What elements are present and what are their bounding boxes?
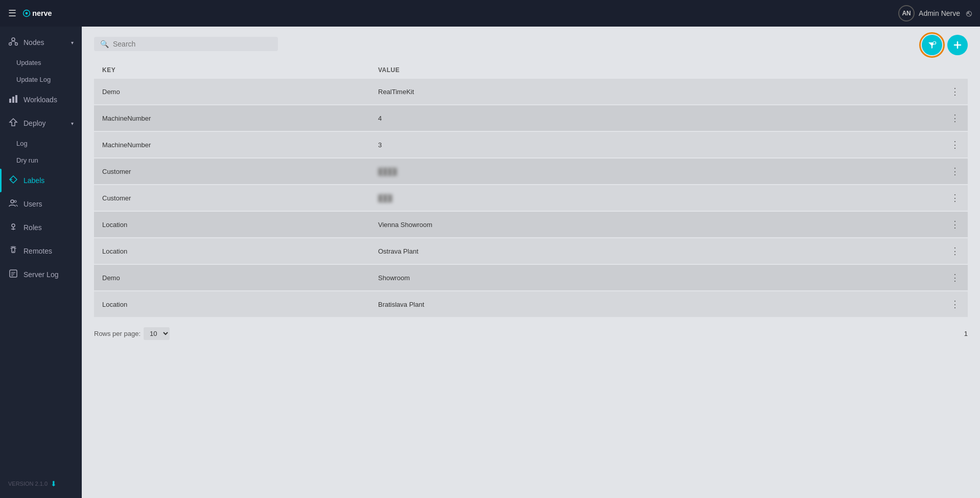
svg-line-7 bbox=[13, 41, 16, 43]
table-container: KEY VALUE Demo RealTimeKit ⋮ MachineNumb… bbox=[94, 61, 968, 317]
sidebar-item-updates[interactable]: Updates bbox=[0, 54, 82, 71]
sidebar-label-labels: Labels bbox=[24, 176, 44, 185]
table-rows: Demo RealTimeKit ⋮ MachineNumber 4 ⋮ Mac… bbox=[94, 79, 968, 317]
sidebar-item-nodes[interactable]: Nodes ▾ bbox=[0, 31, 82, 54]
row-actions-menu[interactable]: ⋮ bbox=[939, 139, 960, 150]
col-header-value: VALUE bbox=[378, 66, 939, 74]
rows-per-page-control: Rows per page: 10 25 50 bbox=[94, 327, 170, 340]
svg-point-3 bbox=[12, 38, 15, 41]
sidebar-item-workloads[interactable]: Workloads bbox=[0, 88, 82, 111]
row-actions-menu[interactable]: ⋮ bbox=[939, 245, 960, 257]
svg-rect-10 bbox=[15, 95, 17, 103]
sidebar-item-update-log[interactable]: Update Log bbox=[0, 71, 82, 88]
add-label-button[interactable] bbox=[947, 35, 968, 55]
logout-icon[interactable]: ⎋ bbox=[966, 8, 972, 19]
sidebar: Nodes ▾ Updates Update Log Workloads Dep… bbox=[0, 27, 82, 498]
table-row: MachineNumber 4 ⋮ bbox=[94, 105, 968, 131]
row-actions-menu[interactable]: ⋮ bbox=[939, 112, 960, 124]
row-actions-menu[interactable]: ⋮ bbox=[939, 272, 960, 283]
table-row: Demo RealTimeKit ⋮ bbox=[94, 79, 968, 104]
cell-value-container: Vienna Showroom bbox=[378, 221, 939, 229]
svg-rect-8 bbox=[9, 99, 11, 103]
svg-rect-16 bbox=[10, 270, 17, 277]
version-label: VERSION 2.1.0 ⬇ bbox=[0, 473, 82, 494]
sidebar-label-nodes: Nodes bbox=[24, 38, 44, 47]
deploy-arrow-icon: ▾ bbox=[71, 121, 74, 126]
svg-point-1 bbox=[26, 12, 28, 15]
page-number: 1 bbox=[964, 330, 968, 337]
sidebar-item-dry-run[interactable]: Dry run bbox=[0, 152, 82, 169]
sidebar-label-remotes: Remotes bbox=[24, 247, 52, 255]
cell-key: Customer bbox=[102, 194, 378, 202]
svg-text:✓: ✓ bbox=[934, 41, 936, 44]
toolbar: ✓ bbox=[922, 35, 968, 55]
rows-per-page-label: Rows per page: bbox=[94, 330, 141, 337]
svg-point-12 bbox=[14, 200, 16, 202]
sidebar-item-roles[interactable]: Roles bbox=[0, 216, 82, 239]
cell-key: Location bbox=[102, 301, 378, 308]
cell-value-container: ███ bbox=[378, 194, 939, 202]
nodes-icon bbox=[8, 37, 18, 48]
row-actions-menu[interactable]: ⋮ bbox=[939, 219, 960, 230]
sidebar-item-users[interactable]: Users bbox=[0, 192, 82, 216]
logo: nerve bbox=[22, 6, 63, 20]
table-row: Customer ███ ⋮ bbox=[94, 185, 968, 211]
cell-key: Location bbox=[102, 247, 378, 255]
row-actions-menu[interactable]: ⋮ bbox=[939, 299, 960, 310]
search-bar: 🔍 bbox=[94, 37, 278, 51]
rows-per-page-select[interactable]: 10 25 50 bbox=[144, 327, 170, 340]
sidebar-label-deploy: Deploy bbox=[24, 119, 46, 127]
server-log-icon bbox=[8, 269, 18, 280]
filter-active-button[interactable]: ✓ bbox=[922, 35, 942, 55]
table-row: Location Bratislava Plant ⋮ bbox=[94, 291, 968, 317]
workloads-icon bbox=[8, 94, 18, 105]
cell-value: Showroom bbox=[378, 274, 410, 282]
svg-line-6 bbox=[10, 41, 13, 43]
cell-value: Vienna Showroom bbox=[378, 221, 432, 229]
search-input[interactable] bbox=[113, 40, 272, 48]
main-content: ✓ 🔍 KEY VALUE Demo RealTimeKit ⋮ Machine… bbox=[82, 27, 980, 498]
user-name-label: Admin Nerve bbox=[919, 9, 960, 17]
cell-key: Location bbox=[102, 221, 378, 229]
svg-text:nerve: nerve bbox=[32, 9, 52, 17]
svg-rect-9 bbox=[12, 97, 14, 103]
pagination-bar: Rows per page: 10 25 50 1 bbox=[94, 327, 968, 340]
sidebar-item-labels[interactable]: Labels bbox=[0, 169, 82, 192]
cell-value-container: RealTimeKit bbox=[378, 88, 939, 96]
cell-value-blurred: ███ bbox=[378, 194, 392, 202]
topbar-left: ☰ nerve bbox=[8, 6, 63, 20]
download-icon[interactable]: ⬇ bbox=[51, 480, 57, 488]
nodes-arrow-icon: ▾ bbox=[71, 40, 74, 46]
sidebar-item-remotes[interactable]: Remotes bbox=[0, 239, 82, 263]
cell-key: Demo bbox=[102, 88, 378, 96]
table-header: KEY VALUE bbox=[94, 61, 968, 79]
cell-key: Customer bbox=[102, 168, 378, 175]
cell-value: RealTimeKit bbox=[378, 88, 414, 96]
cell-value: Bratislava Plant bbox=[378, 301, 424, 308]
sidebar-label-server-log: Server Log bbox=[24, 270, 58, 279]
row-actions-menu[interactable]: ⋮ bbox=[939, 192, 960, 203]
avatar: AN bbox=[898, 5, 915, 21]
row-actions-menu[interactable]: ⋮ bbox=[939, 86, 960, 97]
topbar-right: AN Admin Nerve ⎋ bbox=[898, 5, 972, 21]
cell-key: MachineNumber bbox=[102, 141, 378, 149]
sidebar-item-deploy[interactable]: Deploy ▾ bbox=[0, 111, 82, 135]
logo-svg: nerve bbox=[22, 6, 63, 20]
table-row: Demo Showroom ⋮ bbox=[94, 265, 968, 290]
topbar: ☰ nerve AN Admin Nerve ⎋ bbox=[0, 0, 980, 27]
sidebar-item-log[interactable]: Log bbox=[0, 135, 82, 152]
svg-point-15 bbox=[13, 251, 14, 252]
cell-key: Demo bbox=[102, 274, 378, 282]
svg-point-13 bbox=[12, 224, 15, 227]
sidebar-item-server-log[interactable]: Server Log bbox=[0, 263, 82, 286]
table-row: Location Ostrava Plant ⋮ bbox=[94, 238, 968, 264]
svg-point-5 bbox=[15, 43, 18, 46]
user-info: AN Admin Nerve bbox=[898, 5, 960, 21]
row-actions-menu[interactable]: ⋮ bbox=[939, 166, 960, 177]
cell-value-container: ████ bbox=[378, 168, 939, 175]
users-icon bbox=[8, 198, 18, 210]
hamburger-icon[interactable]: ☰ bbox=[8, 8, 16, 19]
search-icon: 🔍 bbox=[100, 40, 109, 48]
svg-point-4 bbox=[9, 43, 12, 46]
col-header-key: KEY bbox=[102, 66, 378, 74]
